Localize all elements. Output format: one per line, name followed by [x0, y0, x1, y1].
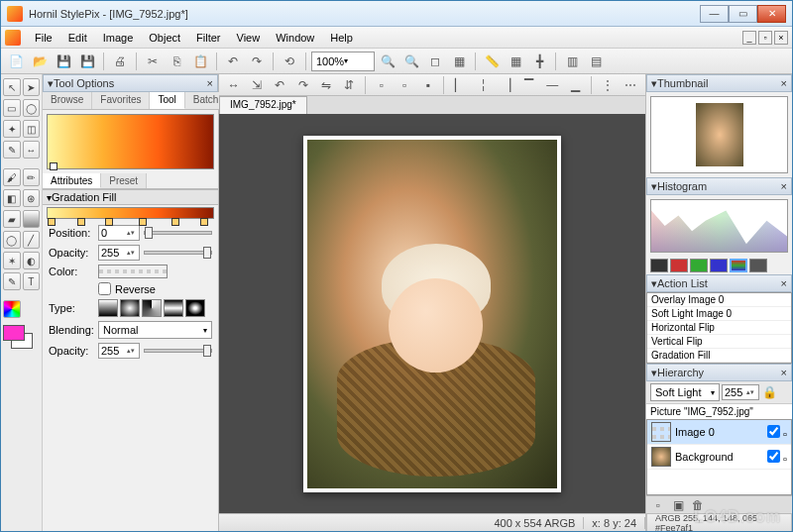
opacity2-slider[interactable] [144, 349, 212, 353]
histo-green-icon[interactable] [690, 259, 708, 272]
shape-icon[interactable]: ◯ [3, 231, 21, 249]
new-group-icon[interactable]: ▣ [670, 498, 686, 512]
move-tool-icon[interactable]: ↖ [3, 78, 21, 96]
line-icon[interactable]: ╱ [23, 231, 41, 249]
action-item[interactable]: Soft Light Image 0 [647, 307, 791, 321]
action-item[interactable]: Horizontal Flip [647, 321, 791, 335]
histo-red-icon[interactable] [670, 259, 688, 272]
blend-mode-select[interactable]: Soft Light▾ [650, 383, 720, 401]
gradient-diamond-icon[interactable] [185, 299, 205, 317]
panel-close-icon[interactable]: × [781, 180, 787, 192]
save-file-icon[interactable]: 💾 [53, 51, 74, 72]
align-right-icon[interactable]: ▕ [496, 74, 516, 96]
blending-select[interactable]: Normal▾ [98, 321, 212, 339]
layout-icon[interactable]: ▥ [561, 51, 583, 72]
smudge-icon[interactable]: ◐ [23, 252, 41, 269]
wand-icon[interactable]: ✦ [3, 120, 21, 138]
mdi-restore-button[interactable]: ▫ [758, 31, 772, 45]
color-swatch-strip[interactable] [98, 265, 168, 278]
histo-rgb-icon[interactable] [650, 259, 668, 272]
foreground-color[interactable] [3, 325, 25, 341]
panels-icon[interactable]: ▤ [585, 51, 607, 72]
tab-attributes[interactable]: Attributes [43, 173, 101, 188]
menu-help[interactable]: Help [322, 32, 361, 44]
histo-luma-icon[interactable] [749, 259, 767, 272]
align-middle-icon[interactable]: — [542, 74, 563, 96]
history-icon[interactable]: ⟲ [279, 51, 300, 72]
align-top-icon[interactable]: ▔ [518, 74, 539, 96]
layer-visible-checkbox[interactable] [767, 450, 780, 463]
grid-icon[interactable]: ▦ [505, 51, 526, 72]
undo-icon[interactable]: ↶ [222, 51, 244, 72]
zoom-input[interactable]: 100%▾ [311, 52, 375, 71]
menu-view[interactable]: View [229, 32, 269, 44]
align-left-icon[interactable]: ▏ [449, 74, 470, 96]
distribute-h-icon[interactable]: ⋮ [597, 74, 618, 96]
actual-size-icon[interactable]: ▦ [448, 51, 470, 72]
pencil-icon[interactable]: ✏ [23, 168, 41, 186]
eyedropper-icon[interactable]: ✎ [3, 141, 21, 159]
gradient-stops[interactable] [47, 207, 214, 219]
mdi-minimize-button[interactable]: _ [742, 31, 756, 45]
tab-browse[interactable]: Browse [43, 92, 92, 109]
fill-icon[interactable]: ▰ [3, 210, 21, 228]
opacity-slider[interactable] [144, 251, 212, 255]
maximize-button[interactable]: ▭ [729, 5, 757, 23]
opacity-input[interactable]: 255▴▾ [98, 245, 140, 261]
layer-item[interactable]: Background ▫ [647, 445, 791, 470]
guides-icon[interactable]: ╋ [528, 51, 550, 72]
document-canvas[interactable] [303, 136, 561, 492]
gradient-icon[interactable] [23, 210, 41, 228]
layer-opacity-input[interactable]: 255▴▾ [722, 384, 759, 400]
menu-edit[interactable]: Edit [60, 32, 95, 44]
gradient-radial-icon[interactable] [120, 299, 140, 317]
gradient-preview[interactable] [47, 114, 214, 169]
gradient-reflected-icon[interactable] [164, 299, 183, 317]
menu-filter[interactable]: Filter [188, 32, 228, 44]
layer-visible-checkbox[interactable] [767, 425, 780, 438]
layer-lock-icon[interactable]: 🔒 [761, 384, 777, 400]
rotate-right-icon[interactable]: ↷ [292, 74, 313, 96]
spray-icon[interactable]: ✶ [3, 252, 21, 269]
layer-lock-icon[interactable]: ▫ [783, 453, 787, 465]
rect-select-icon[interactable]: ▭ [3, 99, 21, 117]
text-icon[interactable]: T [23, 272, 41, 290]
thumbnail-preview[interactable] [650, 96, 788, 173]
distribute-v-icon[interactable]: ⋯ [621, 74, 641, 96]
reverse-checkbox[interactable] [98, 282, 111, 295]
rotate-left-icon[interactable]: ↶ [270, 74, 290, 96]
tab-tool[interactable]: Tool [150, 92, 184, 109]
brush-icon[interactable]: 🖌 [3, 168, 21, 186]
new-layer-icon[interactable]: ▫ [650, 498, 666, 512]
lasso-icon[interactable]: ◯ [23, 99, 41, 117]
measure-icon[interactable]: ↔ [23, 141, 41, 159]
redo-icon[interactable]: ↷ [246, 51, 268, 72]
action-list-items[interactable]: Overlay Image 0 Soft Light Image 0 Horiz… [646, 292, 792, 364]
resize-canvas-icon[interactable]: ⇲ [246, 74, 267, 96]
menu-object[interactable]: Object [141, 32, 188, 44]
new-file-icon[interactable]: 📄 [5, 51, 27, 72]
menu-image[interactable]: Image [95, 32, 142, 44]
print-icon[interactable]: 🖨 [109, 51, 131, 72]
close-button[interactable]: ✕ [757, 5, 786, 23]
gradient-angle-icon[interactable] [142, 299, 162, 317]
panel-close-icon[interactable]: × [781, 277, 787, 289]
fit-screen-icon[interactable]: ◻ [424, 51, 446, 72]
delete-layer-icon[interactable]: 🗑 [690, 498, 706, 512]
layer-new-icon[interactable]: ▫ [371, 74, 392, 96]
copy-icon[interactable]: ⎘ [166, 51, 187, 72]
pointer-tool-icon[interactable]: ➤ [23, 78, 41, 96]
path-icon[interactable]: ✎ [3, 272, 21, 290]
document-tab[interactable]: IMG_7952.jpg* [219, 96, 307, 114]
ruler-icon[interactable]: 📏 [481, 51, 503, 72]
open-file-icon[interactable]: 📂 [29, 51, 51, 72]
menu-file[interactable]: File [27, 32, 60, 44]
mdi-close-button[interactable]: × [774, 31, 788, 45]
color-wheel-icon[interactable] [3, 300, 21, 318]
position-slider[interactable] [144, 231, 212, 235]
layer-dup-icon[interactable]: ▫ [394, 74, 414, 96]
flip-v-icon[interactable]: ⇵ [339, 74, 360, 96]
zoom-in-icon[interactable]: 🔍 [377, 51, 398, 72]
clone-icon[interactable]: ⊛ [23, 189, 41, 207]
minimize-button[interactable]: — [700, 5, 729, 23]
